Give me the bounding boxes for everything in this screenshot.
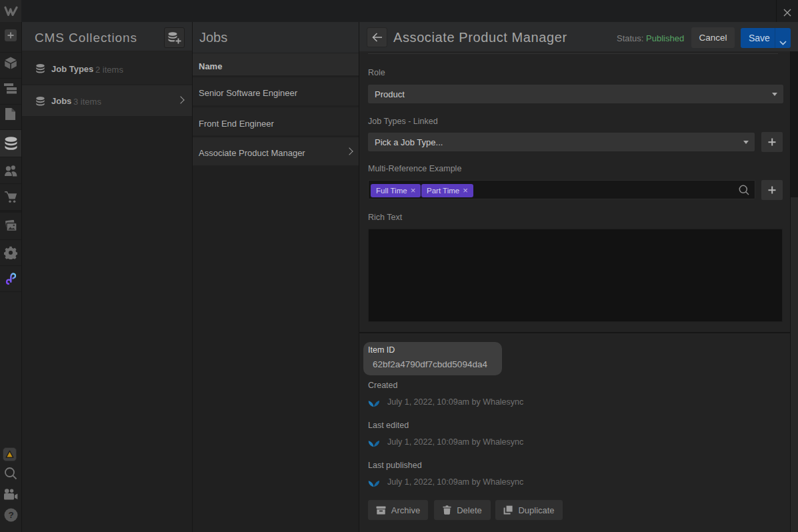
svg-text:?: ?: [8, 510, 13, 520]
